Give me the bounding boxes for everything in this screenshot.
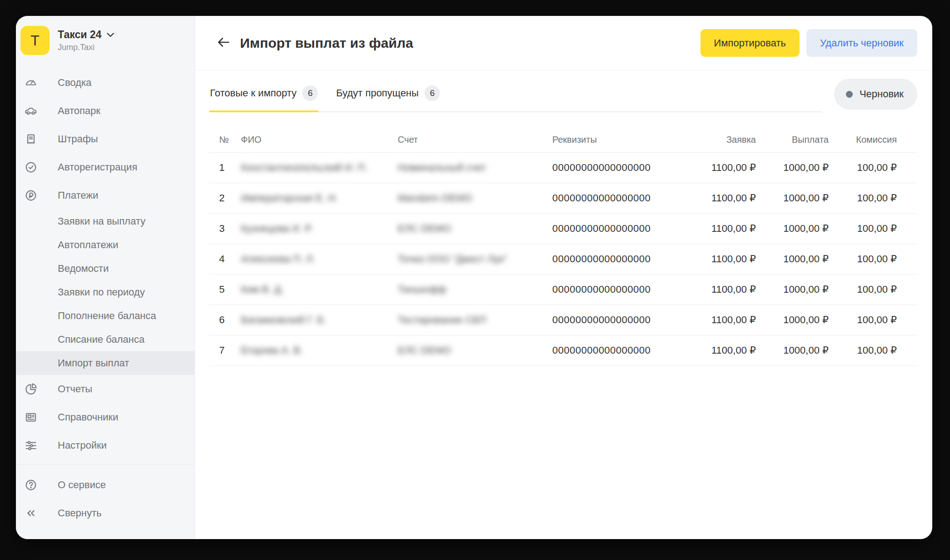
sidebar-item-label: Авторегистрация bbox=[58, 161, 137, 173]
main-area: Импорт выплат из файла Импортировать Уда… bbox=[195, 16, 932, 539]
cell-fio: Алексеева П. Л. bbox=[241, 253, 398, 265]
chevron-down-icon bbox=[107, 31, 114, 39]
collapse-icon bbox=[24, 506, 38, 520]
cell-commission: 100,00 ₽ bbox=[829, 253, 897, 265]
sidebar-footer-divider bbox=[16, 464, 195, 465]
sidebar-item-nastroyki[interactable]: Настройки bbox=[16, 431, 195, 460]
cell-requisites: 00000000000000000 bbox=[552, 284, 693, 295]
cell-payout: 1000,00 ₽ bbox=[756, 284, 829, 295]
sidebar-item-spravochniki[interactable]: Справочники bbox=[16, 403, 195, 431]
column-header-payout: Выплата bbox=[756, 135, 829, 145]
cell-request: 1100,00 ₽ bbox=[693, 284, 756, 295]
workspace-switcher[interactable]: Т Такси 24 Jump.Taxi bbox=[20, 26, 187, 55]
sidebar-subitem-label: Заявки по периоду bbox=[58, 286, 145, 298]
tab-label: Будут пропущены bbox=[336, 87, 419, 99]
badge-check-icon bbox=[24, 160, 38, 174]
cell-payout: 1000,00 ₽ bbox=[756, 253, 829, 265]
tabs-row: Готовые к импорту 6 Будут пропущены 6 Че… bbox=[209, 76, 917, 112]
reference-icon bbox=[24, 410, 38, 424]
column-header-fio: ФИО bbox=[241, 135, 398, 145]
sidebar-subitem-spisanie-balansa[interactable]: Списание баланса bbox=[16, 328, 195, 351]
sidebar-item-label: Настройки bbox=[58, 440, 107, 451]
cell-request: 1100,00 ₽ bbox=[693, 314, 756, 326]
sidebar-subitem-label: Пополнение баланса bbox=[58, 310, 156, 322]
table-row: 2 Императорская Е. Н. Mandarin DEMO 0000… bbox=[209, 183, 917, 214]
sidebar-item-label: Справочники bbox=[58, 411, 118, 423]
sidebar-nav: Сводка Автопарк Штрафы Авторегистрация bbox=[16, 69, 195, 460]
sidebar-subitem-label: Импорт выплат bbox=[58, 357, 129, 369]
sidebar-item-avtoregistraciya[interactable]: Авторегистрация bbox=[16, 153, 195, 181]
delete-draft-button[interactable]: Удалить черновик bbox=[806, 29, 917, 57]
sidebar-subitem-avtoplatezhi[interactable]: Автоплатежи bbox=[16, 233, 195, 257]
tab-bar: Готовые к импорту 6 Будут пропущены 6 bbox=[209, 76, 822, 112]
sidebar-item-avtopark[interactable]: Автопарк bbox=[16, 97, 195, 125]
sidebar-item-o-servise[interactable]: О сервисе bbox=[16, 471, 195, 499]
payments-table: № ФИО Счет Реквизиты Заявка Выплата Коми… bbox=[209, 127, 917, 366]
sidebar-item-platezhi[interactable]: Платежи bbox=[16, 181, 195, 210]
receipt-icon bbox=[24, 132, 38, 146]
sidebar-item-label: Свернуть bbox=[58, 507, 102, 519]
brand-logo: Т bbox=[20, 26, 50, 55]
column-header-commission: Комиссия bbox=[829, 135, 897, 145]
sidebar-item-label: Платежи bbox=[58, 190, 98, 201]
tab-count-badge: 6 bbox=[302, 85, 318, 101]
help-icon bbox=[24, 478, 38, 492]
sidebar-item-label: Отчеты bbox=[58, 383, 92, 395]
ruble-circle-icon bbox=[24, 189, 38, 202]
column-header-account: Счет bbox=[398, 135, 552, 145]
cell-commission: 100,00 ₽ bbox=[829, 192, 897, 204]
cell-fio: Егорова А. В. bbox=[241, 345, 398, 356]
sidebar: Т Такси 24 Jump.Taxi Сводка bbox=[16, 16, 195, 539]
cell-num: 5 bbox=[209, 284, 241, 295]
sidebar-subitem-label: Заявки на выплату bbox=[58, 215, 145, 227]
cell-commission: 100,00 ₽ bbox=[829, 162, 897, 174]
cell-payout: 1000,00 ₽ bbox=[756, 314, 829, 326]
cell-account: ЕЛС DEMO bbox=[398, 345, 552, 356]
cell-account: Mandarin DEMO bbox=[398, 192, 552, 204]
column-header-request: Заявка bbox=[693, 135, 756, 145]
table-header-row: № ФИО Счет Реквизиты Заявка Выплата Коми… bbox=[209, 127, 917, 153]
sidebar-item-svodka[interactable]: Сводка bbox=[16, 69, 195, 97]
sidebar-item-svernut[interactable]: Свернуть bbox=[16, 499, 195, 527]
import-button[interactable]: Импортировать bbox=[700, 29, 800, 57]
cell-requisites: 00000000000000000 bbox=[552, 192, 693, 204]
cell-num: 3 bbox=[209, 223, 241, 235]
column-header-num: № bbox=[209, 135, 241, 145]
sidebar-item-shtrafy[interactable]: Штрафы bbox=[16, 125, 195, 153]
cell-commission: 100,00 ₽ bbox=[829, 314, 897, 326]
back-button[interactable] bbox=[214, 33, 234, 53]
cell-account: Номинальный счет bbox=[398, 162, 552, 174]
cell-payout: 1000,00 ₽ bbox=[756, 345, 829, 356]
status-label: Черновик bbox=[860, 88, 904, 100]
sliders-icon bbox=[24, 439, 38, 452]
cell-request: 1100,00 ₽ bbox=[693, 162, 756, 174]
table-row: 6 Багажковский Г. Б. Тестирование СБП 00… bbox=[209, 305, 917, 335]
sidebar-footer: О сервисе Свернуть bbox=[16, 464, 195, 539]
sidebar-subitem-zayavki-na-vyplatu[interactable]: Заявки на выплату bbox=[16, 210, 195, 233]
sidebar-subitem-label: Автоплатежи bbox=[58, 239, 118, 251]
sidebar-item-otchety[interactable]: Отчеты bbox=[16, 375, 195, 403]
cell-request: 1100,00 ₽ bbox=[693, 192, 756, 204]
cell-num: 7 bbox=[209, 345, 241, 356]
cell-commission: 100,00 ₽ bbox=[829, 284, 897, 295]
page-title: Импорт выплат из файла bbox=[240, 35, 700, 51]
cell-account: Тестирование СБП bbox=[398, 314, 552, 326]
sidebar-subitem-popolnenie-balansa[interactable]: Пополнение баланса bbox=[16, 304, 195, 328]
cell-num: 6 bbox=[209, 314, 241, 326]
cell-fio: Багажковский Г. Б. bbox=[241, 314, 398, 326]
cell-account: ЕЛС DEMO bbox=[398, 223, 552, 235]
sidebar-item-label: Сводка bbox=[58, 77, 91, 89]
brand-subtitle: Jump.Taxi bbox=[58, 43, 114, 52]
sidebar-subitem-import-vyplat-active[interactable]: Импорт выплат bbox=[16, 351, 195, 375]
car-icon bbox=[24, 104, 38, 118]
cell-commission: 100,00 ₽ bbox=[829, 223, 897, 235]
tab-will-be-skipped[interactable]: Будут пропущены 6 bbox=[335, 76, 441, 111]
cell-account: Тинькофф bbox=[398, 284, 552, 295]
sidebar-subitem-zayavki-po-periodu[interactable]: Заявки по периоду bbox=[16, 280, 195, 304]
sidebar-subitem-label: Ведомости bbox=[58, 263, 109, 275]
sidebar-subitem-vedomosti[interactable]: Ведомости bbox=[16, 257, 195, 280]
tab-ready-to-import[interactable]: Готовые к импорту 6 bbox=[209, 76, 319, 111]
sidebar-item-label: Автопарк bbox=[58, 105, 100, 117]
cell-num: 2 bbox=[209, 192, 241, 204]
app-window: Т Такси 24 Jump.Taxi Сводка bbox=[16, 16, 932, 539]
